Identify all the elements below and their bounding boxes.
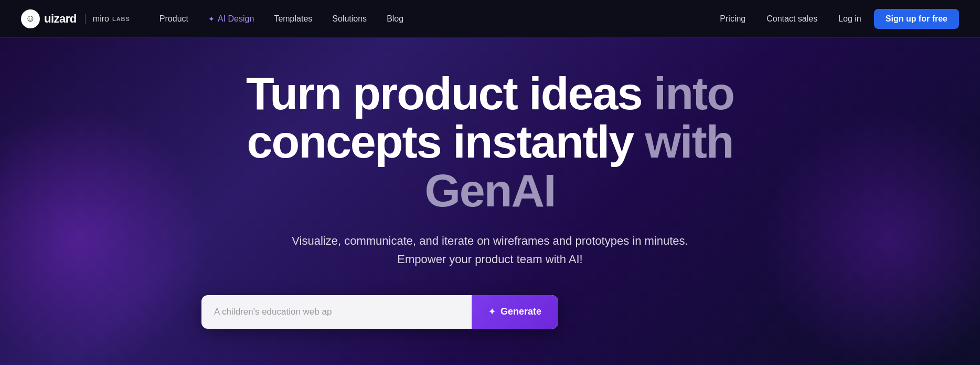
miro-labs-badge: miro LABS [85,14,130,24]
generate-label: Generate [500,306,541,317]
uizard-logo-text: uizard [44,12,77,26]
navbar: ☺ uizard miro LABS Product ✦ AI Design T… [0,0,980,38]
uizard-logo[interactable]: ☺ uizard [21,9,77,28]
hero-content: Turn product ideas into concepts instant… [201,69,779,329]
nav-item-ai-design[interactable]: ✦ AI Design [200,10,262,28]
generate-input[interactable] [201,295,472,329]
uizard-logo-icon: ☺ [21,9,40,28]
labs-text: LABS [112,16,130,22]
hero-title-line2-white: concepts instantly [247,116,633,168]
signup-button[interactable]: Sign up for free [874,9,959,29]
hero-title: Turn product ideas into concepts instant… [201,69,779,215]
miro-text: miro [93,14,109,24]
nav-links: Product ✦ AI Design Templates Solutions … [151,10,711,28]
nav-item-contact-sales[interactable]: Contact sales [758,10,826,28]
nav-item-blog[interactable]: Blog [378,10,412,28]
hero-title-line1-gray: into [654,67,734,119]
sparkle-icon: ✦ [208,15,215,23]
nav-item-pricing[interactable]: Pricing [711,10,754,28]
hero-subtitle: Visualize, communicate, and iterate on w… [285,232,695,268]
generate-bar: ✦ Generate [201,295,558,329]
nav-item-product[interactable]: Product [151,10,197,28]
nav-item-templates[interactable]: Templates [265,10,321,28]
nav-item-log-in[interactable]: Log in [830,10,870,28]
generate-sparkle-icon: ✦ [488,307,495,317]
hero-section: Turn product ideas into concepts instant… [0,38,980,365]
logo-group: ☺ uizard miro LABS [21,9,130,28]
nav-item-solutions[interactable]: Solutions [324,10,375,28]
nav-right: Pricing Contact sales Log in Sign up for… [711,9,959,29]
hero-title-line1-white: Turn product ideas [246,67,642,119]
generate-button[interactable]: ✦ Generate [472,295,558,329]
